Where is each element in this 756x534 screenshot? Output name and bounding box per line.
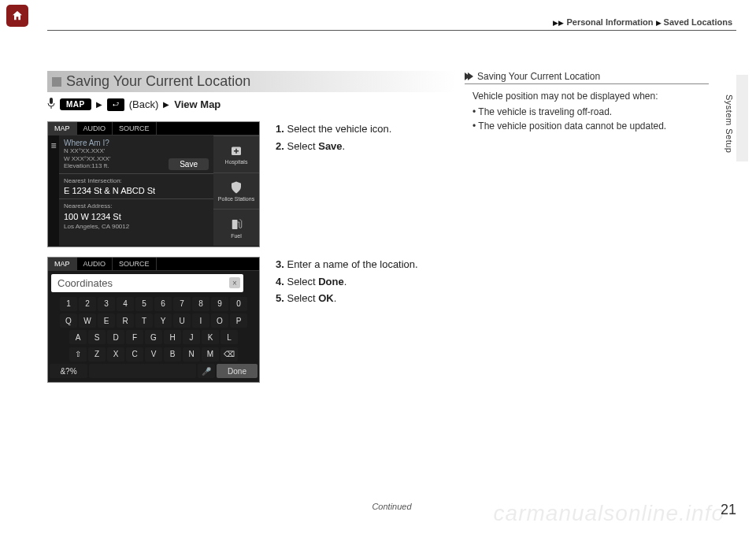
elevation: Elevation:113 ft. <box>64 162 110 170</box>
nearest-address-label: Nearest Address: <box>64 202 209 210</box>
step-4: 4. Select Done. <box>276 274 418 290</box>
side-note-title: Saving Your Current Location <box>477 71 600 82</box>
side-note-bullet: The vehicle is traveling off-road. <box>472 105 709 119</box>
whereami-label: Where Am I? <box>64 139 110 147</box>
main-content: Saving Your Current Location MAP ▶ ⮐ (Ba… <box>47 71 457 383</box>
ss-tab-audio: AUDIO <box>77 258 113 270</box>
symbols-key: &?% <box>50 364 87 378</box>
text-input: Coordinates × <box>51 274 243 292</box>
coord-n: N XX°XX.XXX' <box>64 147 110 155</box>
nearest-address-value: 100 W 1234 St <box>64 212 209 221</box>
steps-1: 1. Select the vehicle icon. 2. Select Sa… <box>276 121 391 155</box>
home-icon <box>11 9 24 22</box>
cat-hospitals: Hospitals <box>213 135 259 172</box>
kb-row-5: &?% 🎤 Done <box>50 364 258 378</box>
map-button-icon: MAP <box>60 98 91 110</box>
breadcrumb: ▶▶ Personal Information ▶ Saved Location… <box>553 17 732 27</box>
menu-icon: ≡ <box>48 135 59 246</box>
breadcrumb-item: Personal Information <box>566 17 653 27</box>
side-note-intro: Vehicle position may not be displayed wh… <box>472 89 709 103</box>
back-label: (Back) <box>129 98 159 110</box>
view-map-label: View Map <box>174 98 220 110</box>
kb-row-4: ⇧ ZXCVBNM ⌫ <box>50 347 258 362</box>
home-button[interactable] <box>6 5 28 27</box>
hospital-icon <box>229 143 243 158</box>
ss-tab-source: SOURCE <box>113 258 157 270</box>
section-label: System Setup <box>724 95 734 153</box>
police-icon <box>229 180 243 195</box>
continued-label: Continued <box>372 502 411 511</box>
mic-icon <box>47 97 55 112</box>
fuel-icon <box>229 217 243 232</box>
clear-icon: × <box>229 277 240 288</box>
ss-tab-source: SOURCE <box>113 122 157 135</box>
square-icon <box>52 77 61 87</box>
footer: Continued 21 <box>47 502 736 518</box>
svg-rect-2 <box>232 220 238 229</box>
page-number: 21 <box>721 502 736 518</box>
coord-w: W XXX°XX.XXX' <box>64 155 110 163</box>
step-5: 5. Select OK. <box>276 291 418 306</box>
cat-police: Police Stations <box>213 172 259 210</box>
screenshot-where-am-i: MAP AUDIO SOURCE ≡ Where Am I? N XX°XX.X… <box>47 121 260 247</box>
nearest-address-city: Los Angeles, CA 90012 <box>64 223 209 231</box>
space-key <box>89 364 196 378</box>
section-title: Saving Your Current Location <box>66 73 250 90</box>
step-2: 2. Select Save. <box>276 139 391 154</box>
chevron-right-icon <box>468 72 473 80</box>
chevron-right-icon: ▶ <box>656 19 662 27</box>
side-note-body: Vehicle position may not be displayed wh… <box>465 89 709 133</box>
ss-tab-map: MAP <box>48 258 77 270</box>
breadcrumb-item: Saved Locations <box>664 17 732 27</box>
kb-row-3: ASDFGHJKL <box>50 330 258 344</box>
svg-rect-0 <box>50 98 53 104</box>
side-note-bullet: The vehicle position data cannot be upda… <box>472 119 709 133</box>
nav-sequence: MAP ▶ ⮐ (Back) ▶ View Map <box>47 97 457 112</box>
chevron-right-icon: ▶ <box>163 100 169 109</box>
save-button: Save <box>169 158 209 170</box>
content-row-1: MAP AUDIO SOURCE ≡ Where Am I? N XX°XX.X… <box>47 121 457 247</box>
shift-icon: ⇧ <box>69 347 87 362</box>
side-tab <box>736 75 748 161</box>
section-title-bar: Saving Your Current Location <box>47 71 457 92</box>
kb-row-2: QWERTYUIOP <box>50 313 258 328</box>
top-rule <box>47 30 736 31</box>
step-3: 3. Enter a name of the location. <box>276 257 418 273</box>
ss-tab-audio: AUDIO <box>77 122 113 135</box>
mic-key: 🎤 <box>198 364 215 378</box>
side-note-header: Saving Your Current Location <box>465 71 709 84</box>
step-1: 1. Select the vehicle icon. <box>276 121 391 137</box>
cat-fuel: Fuel <box>213 209 259 246</box>
chevron-right-icon: ▶ <box>96 100 102 109</box>
ss-tab-map: MAP <box>48 122 77 135</box>
nearest-intersection-label: Nearest Intersection: <box>64 177 209 185</box>
done-key: Done <box>217 364 258 378</box>
screenshot-keyboard: MAP AUDIO SOURCE Coordinates × 123456789… <box>47 257 260 383</box>
chevron-right-icon: ▶ <box>558 19 564 27</box>
nearest-intersection-value: E 1234 St & N ABCD St <box>64 186 209 195</box>
backspace-icon: ⌫ <box>220 347 238 362</box>
steps-2: 3. Enter a name of the location. 4. Sele… <box>276 257 418 308</box>
content-row-2: MAP AUDIO SOURCE Coordinates × 123456789… <box>47 257 457 383</box>
kb-row-1: 1234567890 <box>50 297 258 311</box>
back-icon: ⮐ <box>107 98 124 111</box>
side-note: Saving Your Current Location Vehicle pos… <box>465 71 709 133</box>
